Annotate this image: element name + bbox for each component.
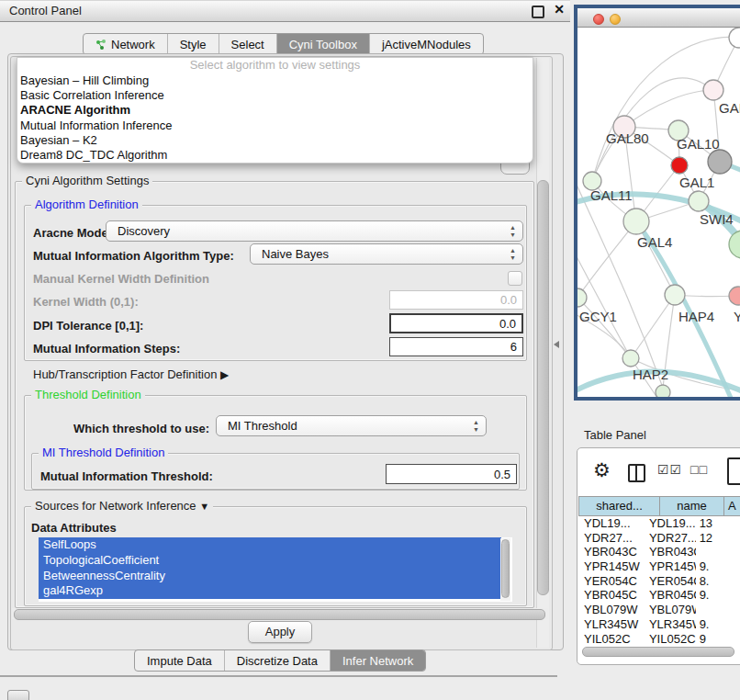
control-panel-tabbar: NetworkStyleSelectCyni ToolboxjActiveMNo… [83, 33, 484, 55]
network-window-titlebar[interactable] [577, 8, 740, 28]
apply-button[interactable]: Apply [248, 621, 312, 643]
table-row[interactable]: YER054CYER054C8. [578, 574, 740, 589]
table-row[interactable]: YBL079WYBL079W [578, 603, 740, 617]
node-pink-top[interactable] [703, 80, 723, 100]
network-canvas[interactable]: GALGAL80GAL10GAL1GAL11SWI4GAL4GCY1HAP4YH… [577, 28, 740, 397]
node-salmon[interactable] [729, 287, 740, 305]
node-GAL4[interactable] [623, 209, 649, 234]
document-icon[interactable] [727, 457, 740, 485]
node-label-GAL80: GAL80 [606, 130, 649, 146]
tab-infer-network[interactable]: Infer Network [331, 650, 425, 671]
column-header[interactable]: A [723, 496, 740, 516]
mi-steps-label: Mutual Information Steps: [33, 342, 180, 356]
algorithm-option[interactable]: ARACNE Algorithm [17, 103, 533, 118]
algorithm-option[interactable]: Dream8 DC_TDC Algorithm [17, 148, 533, 163]
table-cell: YPR145W [644, 559, 696, 574]
tab-network[interactable]: Network [84, 34, 168, 54]
table-cell: YBR045C [644, 588, 696, 603]
algorithm-option[interactable]: Mutual Information Inference [17, 119, 533, 133]
close-icon[interactable]: ✕ [554, 2, 565, 17]
table-panel-title: Table Panel [584, 428, 646, 442]
node-bottom[interactable] [656, 385, 670, 397]
control-panel-titlebar: Control Panel ✕ [0, 0, 570, 22]
minimize-light-icon[interactable] [610, 14, 621, 25]
network-edge[interactable] [577, 221, 636, 298]
stepper-arrows-icon: ▲▼ [509, 247, 517, 262]
network-edge[interactable] [577, 175, 663, 388]
node-SWI4[interactable] [729, 231, 740, 258]
attribute-item[interactable]: gal4RGexp [39, 583, 501, 599]
node-label-GAL10: GAL10 [677, 136, 720, 152]
node-GAL1[interactable] [689, 191, 709, 211]
columns-icon[interactable] [628, 464, 645, 482]
dpi-tolerance-field[interactable]: 0.0 [389, 313, 523, 333]
network-edge[interactable] [631, 295, 675, 358]
table-row[interactable]: YDR27...YDR27...12 [578, 531, 740, 546]
node-red[interactable] [671, 157, 688, 174]
algorithm-option[interactable]: Bayesian – K2 [17, 133, 533, 148]
unchecked-boxes-icon[interactable]: □□ [690, 462, 708, 477]
node-label-GAL: GAL [719, 100, 740, 116]
settings-hscrollbar-thumb[interactable] [14, 609, 545, 620]
attribute-item[interactable]: BetweennessCentrality [39, 569, 501, 584]
network-view-window[interactable]: GALGAL80GAL10GAL1GAL11SWI4GAL4GCY1HAP4YH… [574, 5, 740, 401]
gear-icon[interactable]: ⚙ [593, 459, 611, 481]
which-threshold-combo[interactable]: MI Threshold ▲▼ [216, 415, 487, 436]
attribute-item[interactable]: SelfLoops [39, 537, 501, 553]
mi-steps-field[interactable]: 6 [389, 337, 523, 356]
node-HAP2[interactable] [622, 350, 639, 367]
table-row[interactable]: YPR145WYPR145W9. [578, 559, 740, 574]
table-panel-toolbar: ⚙ ☑☑ □□ [582, 457, 740, 494]
algorithm-option[interactable]: Bayesian – Hill Climbing [17, 73, 533, 88]
column-header[interactable]: name [659, 496, 723, 516]
mi-type-combo[interactable]: Naive Bayes ▲▼ [250, 243, 523, 265]
table-row[interactable]: YLR345WYLR345W9. [578, 617, 740, 632]
node-label-GAL1: GAL1 [679, 175, 714, 190]
table-row[interactable]: YBR043CYBR043C [578, 545, 740, 559]
zoom-light-icon[interactable] [626, 14, 637, 25]
aracne-mode-combo[interactable]: Discovery ▲▼ [106, 220, 523, 242]
settings-vscrollbar-thumb[interactable] [537, 180, 549, 595]
network-graph[interactable]: GALGAL80GAL10GAL1GAL11SWI4GAL4GCY1HAP4YH… [577, 28, 740, 397]
hub-definition-toggle[interactable]: Hub/Transcription Factor Definition ▶ [33, 367, 229, 381]
node-top[interactable] [729, 28, 740, 48]
tab-jactivemnodules[interactable]: jActiveMNodules [370, 34, 483, 54]
network-edge[interactable] [577, 298, 631, 358]
data-attributes-list[interactable]: SelfLoopsTopologicalCoefficientBetweenne… [39, 537, 512, 602]
table-rows: YDL19...YDL19...13YDR27...YDR27...12YBR0… [578, 516, 740, 645]
manual-kernel-label: Manual Kernel Width Definition [33, 272, 209, 286]
tab-impute-data[interactable]: Impute Data [135, 650, 225, 671]
tab-select[interactable]: Select [219, 34, 277, 54]
mi-type-label: Mutual Information Algorithm Type: [33, 249, 234, 263]
mi-threshold-field[interactable]: 0.5 [386, 464, 517, 484]
control-panel-title: Control Panel [9, 4, 82, 17]
table-hscrollbar[interactable] [580, 646, 738, 657]
attribute-item[interactable]: TopologicalCoefficient [39, 553, 501, 569]
table-row[interactable]: YDL19...YDL19...13 [578, 516, 740, 531]
sources-title[interactable]: Sources for Network Inference ▼ [31, 500, 213, 513]
node-gray[interactable] [708, 150, 732, 174]
bottom-corner-button[interactable] [7, 690, 29, 700]
table-row[interactable]: YBR045CYBR045C9. [578, 588, 740, 603]
table-hscrollbar-thumb[interactable] [582, 647, 734, 657]
column-header[interactable]: shared... [578, 496, 659, 516]
algorithm-option[interactable]: Basic Correlation Inference [17, 88, 533, 103]
close-light-icon[interactable] [593, 14, 604, 25]
tab-discretize-data[interactable]: Discretize Data [225, 650, 331, 671]
table-cell: 9. [696, 559, 740, 574]
stepper-arrows-icon: ▲▼ [472, 419, 480, 434]
tab-cyni-toolbox[interactable]: Cyni Toolbox [277, 34, 370, 54]
node-GCY1[interactable] [577, 288, 587, 307]
attributes-scrollbar-thumb[interactable] [501, 539, 510, 598]
table-cell: YER054C [578, 574, 644, 589]
table-cell: YBL079W [578, 603, 644, 617]
manual-kernel-checkbox[interactable] [508, 271, 522, 286]
network-edge[interactable] [624, 90, 713, 127]
table-row[interactable]: YIL052CYIL052C9 [578, 632, 740, 646]
node-HAP4[interactable] [665, 285, 685, 305]
pane-divider-arrow[interactable] [554, 341, 559, 348]
attributes-scrollbar[interactable] [500, 538, 510, 601]
float-window-icon[interactable] [532, 6, 544, 18]
checked-boxes-icon[interactable]: ☑☑ [657, 462, 682, 477]
tab-style[interactable]: Style [168, 34, 219, 54]
